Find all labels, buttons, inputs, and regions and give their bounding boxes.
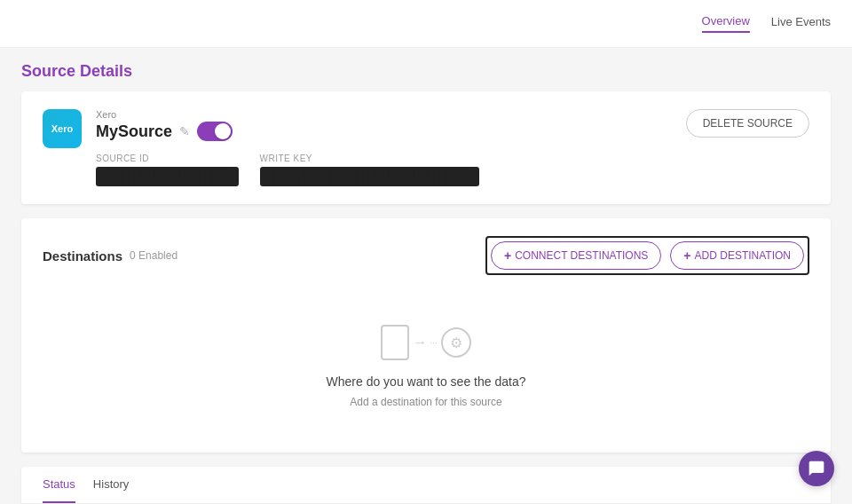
chat-bubble-button[interactable] xyxy=(799,451,834,486)
write-key-value: ████████████████████████████████ xyxy=(260,167,479,186)
chat-icon xyxy=(808,460,825,477)
source-id-group: SOURCE ID ████████████████████ xyxy=(96,154,239,186)
source-card: Xero Xero MySource ✎ SOURCE ID █████████… xyxy=(21,91,831,204)
delete-source-button[interactable]: DELETE SOURCE xyxy=(686,109,809,138)
page-title: Source Details xyxy=(0,48,852,91)
enabled-badge: 0 Enabled xyxy=(130,249,178,262)
source-id-value: ████████████████████ xyxy=(96,167,239,186)
connect-destinations-button[interactable]: + CONNECT DESTINATIONS xyxy=(491,241,661,270)
destinations-label: Destinations xyxy=(43,248,122,264)
top-navigation: Overview Live Events xyxy=(0,0,852,48)
destinations-title: Destinations 0 Enabled xyxy=(43,248,178,264)
tab-status[interactable]: Status xyxy=(43,467,75,503)
edit-icon[interactable]: ✎ xyxy=(179,124,190,138)
empty-state-subtitle: Add a destination for this source xyxy=(350,396,501,408)
source-info: Xero MySource ✎ SOURCE ID ██████████████… xyxy=(96,109,479,186)
pipeline-illustration: → ··· ⚙ xyxy=(381,325,470,360)
source-id-label: SOURCE ID xyxy=(96,154,239,163)
write-key-label: WRITE KEY xyxy=(260,154,479,163)
connect-destinations-label: CONNECT DESTINATIONS xyxy=(515,249,648,262)
source-name: MySource xyxy=(96,122,172,141)
destination-gear-icon: ⚙ xyxy=(441,327,471,358)
add-plus-icon: + xyxy=(683,248,690,263)
empty-state-title: Where do you want to see the data? xyxy=(327,374,526,389)
destinations-card: Destinations 0 Enabled + CONNECT DESTINA… xyxy=(21,218,831,453)
arrow-dots-icon: → ··· xyxy=(413,335,437,350)
source-brand: Xero xyxy=(96,109,479,120)
nav-live-events[interactable]: Live Events xyxy=(771,15,831,32)
nav-overview[interactable]: Overview xyxy=(702,14,750,33)
add-destination-label: ADD DESTINATION xyxy=(695,249,791,262)
status-section: Status History Your pipeline is ready. C… xyxy=(21,467,831,504)
main-content: Xero Xero MySource ✎ SOURCE ID █████████… xyxy=(0,91,852,504)
connect-plus-icon: + xyxy=(504,248,511,263)
xero-logo-text: Xero xyxy=(51,123,73,134)
destinations-header: Destinations 0 Enabled + CONNECT DESTINA… xyxy=(43,236,809,275)
write-key-group: WRITE KEY ██████████████████████████████… xyxy=(260,154,479,186)
source-device-icon xyxy=(381,325,409,360)
source-left: Xero Xero MySource ✎ SOURCE ID █████████… xyxy=(43,109,479,186)
destinations-actions: + CONNECT DESTINATIONS + ADD DESTINATION xyxy=(485,236,809,275)
add-destination-button[interactable]: + ADD DESTINATION xyxy=(670,241,804,270)
source-fields: SOURCE ID ████████████████████ WRITE KEY… xyxy=(96,154,479,186)
source-toggle[interactable] xyxy=(197,122,233,141)
source-name-row: MySource ✎ xyxy=(96,122,479,141)
status-tab-bar: Status History xyxy=(21,467,831,504)
tab-history[interactable]: History xyxy=(93,467,129,503)
empty-state: → ··· ⚙ Where do you want to see the dat… xyxy=(43,289,809,435)
source-logo: Xero xyxy=(43,109,82,148)
